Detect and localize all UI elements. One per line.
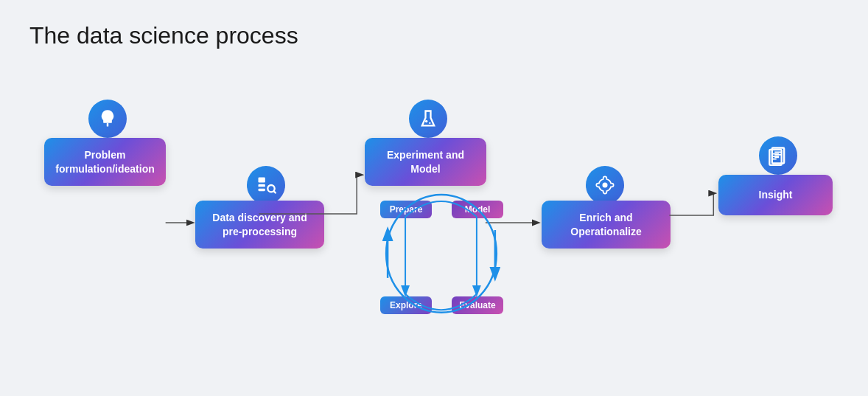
svg-rect-3 bbox=[259, 189, 265, 191]
svg-point-7 bbox=[429, 122, 430, 124]
data-icon bbox=[247, 166, 285, 204]
svg-point-8 bbox=[603, 183, 608, 188]
data-box: Data discovery and pre-processing bbox=[195, 201, 324, 249]
svg-line-5 bbox=[274, 191, 276, 192]
svg-rect-2 bbox=[259, 184, 265, 187]
page: The data science process bbox=[0, 0, 868, 396]
experiment-icon bbox=[409, 100, 447, 138]
problem-box: Problem formulation/ideation bbox=[44, 138, 166, 186]
problem-icon bbox=[88, 100, 127, 138]
prepare-label: Prepare bbox=[380, 201, 432, 218]
insight-box: Insight bbox=[718, 175, 833, 215]
enrich-icon bbox=[586, 166, 624, 204]
svg-rect-1 bbox=[259, 178, 265, 183]
page-title: The data science process bbox=[29, 22, 839, 49]
insight-icon bbox=[759, 136, 797, 175]
explore-label: Explore bbox=[380, 296, 432, 314]
enrich-box: Enrich and Operationalize bbox=[542, 201, 671, 249]
svg-point-6 bbox=[425, 120, 428, 123]
model-label: Model bbox=[452, 201, 503, 218]
experiment-box: Experiment and Model bbox=[365, 138, 486, 186]
diagram: Problem formulation/ideation Data discov… bbox=[29, 72, 839, 367]
evaluate-label: Evaluate bbox=[452, 296, 503, 314]
